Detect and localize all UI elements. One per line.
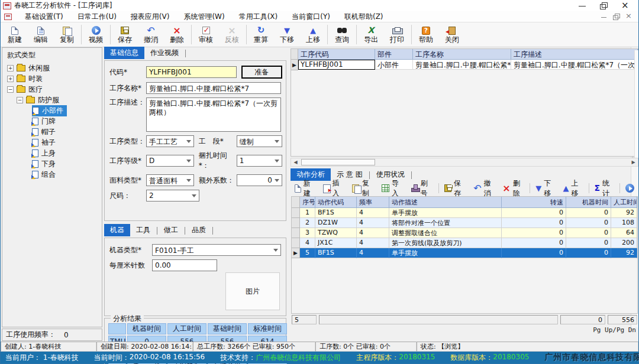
- tree-item-medical[interactable]: 医疗: [5, 84, 102, 95]
- tab-tools[interactable]: 工具: [130, 224, 156, 236]
- close-icon[interactable]: [621, 2, 629, 9]
- search-button[interactable]: 查询: [329, 23, 355, 46]
- hscroll-thumb[interactable]: [301, 159, 375, 165]
- collapse-icon[interactable]: [17, 97, 23, 103]
- action-row[interactable]: 4JX1C4第一次剪线(取及放剪刀)00200: [292, 238, 637, 248]
- process-name-field[interactable]: 剪量袖口.脚口.中腰.帽口松紧*7: [146, 82, 281, 94]
- action-row[interactable]: 1BF1S4单手摆放0092: [292, 208, 637, 218]
- title-bar: 春晓工艺分析软件 - [工序词库]: [1, 0, 638, 11]
- tab-machine[interactable]: 机器: [104, 224, 130, 236]
- tab-work-video[interactable]: 作业视频: [144, 47, 185, 59]
- tab-basic-info[interactable]: 基础信息: [104, 47, 144, 59]
- action-row[interactable]: 2DZ1W4将部件对准一个位置00108: [292, 218, 637, 228]
- tree-item-lower-body[interactable]: 下身: [5, 158, 102, 169]
- image-placeholder: 图片: [225, 272, 280, 310]
- delete-icon: ×: [173, 25, 180, 35]
- menu-system[interactable]: 系统管理(W): [176, 11, 231, 23]
- process-type-select[interactable]: 手工工艺: [146, 135, 194, 147]
- process-table-vscrollbar[interactable]: [634, 50, 638, 158]
- col-process-code[interactable]: 工序代码: [298, 49, 375, 60]
- code-field[interactable]: YLFHFBJ001: [146, 66, 237, 78]
- window-controls: [578, 2, 636, 9]
- minimize-icon[interactable]: [578, 2, 586, 9]
- export-button[interactable]: X导出: [358, 23, 384, 46]
- row-selector-icon: ▶: [292, 248, 300, 258]
- mdi-restore-icon[interactable]: [612, 14, 620, 20]
- menu-tools[interactable]: 常用工具(X): [232, 11, 285, 23]
- tree-item-combo[interactable]: 组合: [5, 169, 102, 180]
- action-play-button[interactable]: [622, 183, 637, 194]
- undo-icon: ↶: [473, 184, 481, 193]
- stitch-count-field[interactable]: 0.00: [152, 259, 217, 271]
- grade-select[interactable]: D: [146, 155, 194, 167]
- mdi-close-icon[interactable]: [625, 14, 632, 20]
- tab-quality[interactable]: 品质: [186, 224, 212, 236]
- scroll-right-icon[interactable]: ▶: [629, 158, 638, 166]
- action-row[interactable]: 3TZWQ4调整握取缝合位0064: [292, 228, 637, 238]
- tree-item-upper-body[interactable]: 上身: [5, 148, 102, 158]
- menu-basic-settings[interactable]: 基础设置(T): [18, 11, 70, 23]
- col-base-time: 基础时间: [208, 323, 247, 334]
- delete-button[interactable]: ×删除: [164, 23, 190, 46]
- move-up-button[interactable]: ▲上移: [300, 23, 326, 46]
- detail-panel: 基础信息 作业视频 代码* YLFHFBJ001 准备 工序名称* 剪量袖口.脚…: [104, 47, 289, 342]
- new-button[interactable]: 新建: [2, 23, 28, 46]
- move-down-button[interactable]: ▼下移: [274, 23, 300, 46]
- machine-type-select[interactable]: F0101-手工: [152, 244, 281, 256]
- menu-daily-work[interactable]: 日常工作(U): [70, 11, 124, 23]
- prepare-button[interactable]: 准备: [241, 66, 282, 79]
- process-table: 工序代码 部件 工序名称 工序描述 ▶ YLFHFBJ001 小部件 剪量袖口.…: [291, 48, 638, 157]
- menu-reports[interactable]: 报表应用(V): [124, 11, 177, 23]
- action-table-header: 序号 动作代码 频率 动作描述 转速 机器时间 人工时间: [292, 197, 637, 208]
- mdi-minimize-icon[interactable]: [600, 14, 608, 20]
- tree-item-fashion[interactable]: 时装: [5, 73, 102, 84]
- action-count: 5: [292, 315, 317, 324]
- close-app-button[interactable]: 关闭: [439, 23, 465, 46]
- menu-current-window[interactable]: 当前窗口(Y): [285, 11, 337, 23]
- copy-button[interactable]: 复制: [54, 23, 80, 46]
- expand-icon[interactable]: [7, 65, 14, 72]
- col-process-desc[interactable]: 工序描述: [511, 49, 638, 60]
- fabric-type-select[interactable]: 普通面料: [146, 174, 194, 186]
- col-process-name[interactable]: 工序名称: [413, 49, 511, 60]
- scroll-left-icon[interactable]: ◀: [291, 158, 300, 166]
- tree-item-doorplate[interactable]: 门牌: [5, 116, 102, 126]
- process-table-row[interactable]: ▶ YLFHFBJ001 小部件 剪量袖口.脚口.中腰.帽口松紧*7 剪量袖口.…: [291, 60, 638, 70]
- tree-item-protective[interactable]: 防护服: [5, 95, 102, 105]
- action-row-selected[interactable]: ▶ 5BF1S4单手摆放0092: [292, 248, 637, 258]
- save-button[interactable]: 保存: [112, 23, 138, 46]
- menu-bar: 基础设置(T) 日常工作(U) 报表应用(V) 系统管理(W) 常用工具(X) …: [1, 11, 638, 22]
- status-mode: 状态: 【浏览】: [417, 342, 638, 352]
- tree-item-sleeve[interactable]: 袖子: [5, 137, 102, 148]
- toolbar-separator: [356, 25, 357, 44]
- tree-item-small-parts[interactable]: 小部件: [5, 105, 102, 116]
- stage-select[interactable]: 缝制: [237, 135, 282, 147]
- restore-icon[interactable]: [599, 2, 608, 9]
- tree-item-hat[interactable]: 帽子: [5, 126, 102, 137]
- help-button[interactable]: ?帮助: [413, 23, 439, 46]
- audit-button[interactable]: 审核: [193, 23, 219, 46]
- menu-help[interactable]: 联机帮助(Z): [337, 11, 390, 23]
- usage-frequency-box: 工序使用频率： 0: [2, 329, 102, 341]
- export-excel-icon: X: [368, 25, 375, 35]
- grade-label: 工序等级*: [109, 156, 146, 166]
- status-bar-session: 当前用户： 1-春晓科技 当前时间：2020-02-08 16:15:56 技术…: [1, 352, 638, 363]
- edit-button[interactable]: 编辑: [28, 23, 54, 46]
- tab-workmanship[interactable]: 做工: [158, 224, 184, 236]
- expand-icon[interactable]: [7, 76, 14, 82]
- extra-factor-select[interactable]: 0: [237, 174, 282, 186]
- tree-item-casual[interactable]: 休闲服: [5, 63, 102, 73]
- sigma-icon: Σ: [594, 184, 600, 193]
- toolbar-separator: [81, 25, 82, 44]
- print-button[interactable]: 打印: [384, 23, 410, 46]
- bundle-time-select[interactable]: 1: [237, 155, 282, 167]
- collapse-icon[interactable]: [7, 86, 14, 93]
- col-machine-time: 机器时间: [127, 323, 166, 334]
- size-select[interactable]: 2: [146, 190, 199, 202]
- col-part[interactable]: 部件: [375, 49, 413, 60]
- video-button[interactable]: 视频: [83, 23, 109, 46]
- recalculate-button[interactable]: ↻重算: [248, 23, 274, 46]
- undo-button[interactable]: ↶撤消: [138, 23, 164, 46]
- process-desc-field[interactable]: 剪量袖口.脚口.中腰.帽口松紧*7（一次剪两根）: [146, 98, 281, 132]
- process-table-hscrollbar[interactable]: ◀ ▶: [291, 158, 638, 167]
